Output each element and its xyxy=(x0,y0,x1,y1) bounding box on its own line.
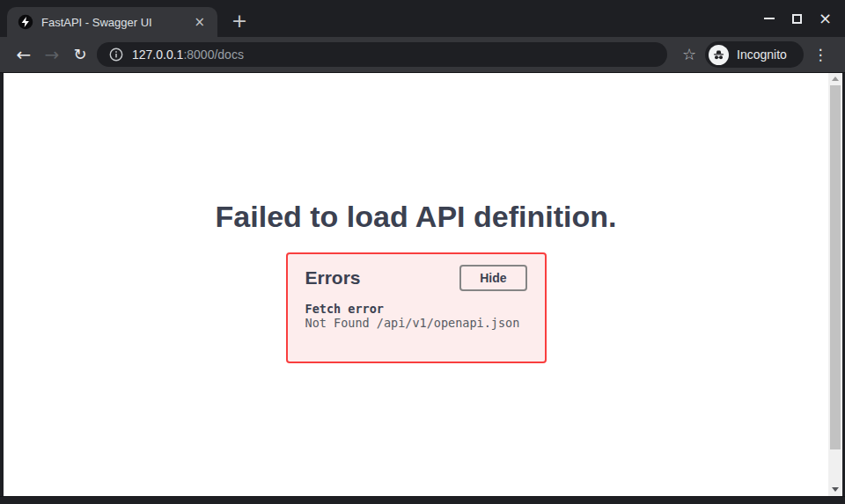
tab-title: FastAPI - Swagger UI xyxy=(41,16,190,29)
incognito-avatar xyxy=(709,45,729,65)
back-button[interactable]: ← xyxy=(11,41,37,68)
browser-menu-icon[interactable]: ⋮ xyxy=(810,44,831,65)
new-tab-button[interactable]: + xyxy=(227,10,252,34)
error-entry-title: Fetch error xyxy=(305,302,527,316)
scroll-up-arrow-icon[interactable] xyxy=(832,77,839,81)
error-entry-message: Not Found /api/v1/openapi.json xyxy=(305,316,527,330)
page-content: Failed to load API definition. Errors Hi… xyxy=(4,73,828,496)
window-controls: × xyxy=(761,10,833,27)
url-text: 127.0.0.1:8000/docs xyxy=(132,47,244,62)
error-entry: Fetch error Not Found /api/v1/openapi.js… xyxy=(305,302,527,330)
window-close-button[interactable]: × xyxy=(818,11,833,26)
minimize-button[interactable] xyxy=(761,11,776,26)
errors-panel: Errors Hide Fetch error Not Found /api/v… xyxy=(286,252,547,363)
bookmark-star-icon[interactable]: ☆ xyxy=(680,45,699,64)
reload-button[interactable]: ↻ xyxy=(67,41,93,68)
site-info-icon[interactable] xyxy=(109,47,123,62)
page-title: Failed to load API definition. xyxy=(4,197,828,236)
maximize-button[interactable] xyxy=(790,11,805,26)
browser-toolbar: ← → ↻ 127.0.0.1:8000/docs ☆ In xyxy=(0,37,845,73)
tab-strip: FastAPI - Swagger UI × + × xyxy=(0,0,845,37)
incognito-icon xyxy=(712,48,725,62)
scroll-down-arrow-icon[interactable] xyxy=(832,487,839,492)
fastapi-favicon-icon xyxy=(18,14,33,30)
url-path: :8000/docs xyxy=(183,47,244,62)
scrollbar-thumb[interactable] xyxy=(830,85,841,449)
vertical-scrollbar[interactable] xyxy=(828,73,842,496)
tab-close-icon[interactable]: × xyxy=(190,14,209,31)
hide-errors-button[interactable]: Hide xyxy=(459,265,526,291)
errors-panel-title: Errors xyxy=(305,265,361,291)
url-host: 127.0.0.1 xyxy=(132,47,183,62)
forward-button[interactable]: → xyxy=(39,41,65,68)
incognito-badge: Incognito xyxy=(705,41,804,68)
incognito-label: Incognito xyxy=(737,47,787,62)
minimize-icon xyxy=(764,18,775,19)
tab-fastapi-swagger[interactable]: FastAPI - Swagger UI × xyxy=(7,7,217,37)
window-close-icon: × xyxy=(819,11,832,26)
errors-panel-header: Errors Hide xyxy=(305,265,527,291)
maximize-icon xyxy=(792,14,802,24)
browser-window: FastAPI - Swagger UI × + × ← → ↻ 127.0.0… xyxy=(0,0,845,504)
address-bar[interactable]: 127.0.0.1:8000/docs xyxy=(97,42,667,67)
window-frame-bottom xyxy=(0,496,845,504)
